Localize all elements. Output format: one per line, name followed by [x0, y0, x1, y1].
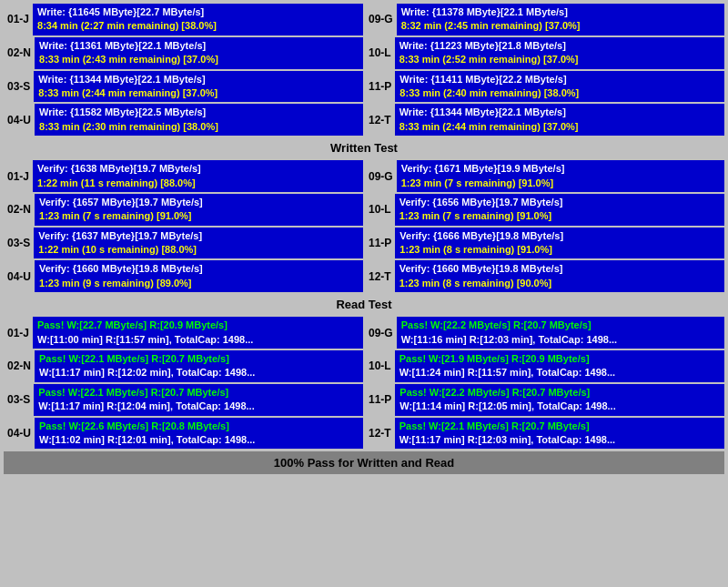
cell-line2: W:[11:02 min] R:[12:01 min], TotalCap: 1…: [39, 433, 359, 447]
cell-line2: 8:32 min (2:45 min remaining) [37.0%]: [401, 19, 720, 33]
cell-id-09-g: 09-G: [365, 317, 397, 349]
written-test-label: Written Test: [4, 138, 724, 157]
cell-line1: Verify: {1660 MByte}[19.8 MByte/s]: [39, 262, 359, 276]
cell-line2: 8:33 min (2:40 min remaining) [38.0%]: [399, 86, 720, 100]
cell-09-g: 09-GPass! W:[22.2 MByte/s] R:[20.7 MByte…: [365, 317, 724, 349]
cell-line1: Pass! W:[22.6 MByte/s] R:[20.8 MByte/s]: [39, 420, 359, 433]
cell-line1: Write: {11378 MByte}[22.1 MByte/s]: [401, 5, 720, 19]
cell-id-02-n: 02-N: [4, 37, 35, 69]
cell-id-01-j: 01-J: [4, 4, 33, 35]
read-section: 01-JPass! W:[22.7 MByte/s] R:[20.9 MByte…: [4, 317, 724, 449]
cell-line2: W:[11:14 min] R:[12:05 min], TotalCap: 1…: [399, 400, 720, 413]
cell-id-11-p: 11-P: [365, 384, 395, 416]
cell-line1: Pass! W:[22.7 MByte/s] R:[20.9 MByte/s]: [37, 319, 359, 332]
cell-id-09-g: 09-G: [365, 160, 397, 192]
cell-04-u: 04-UPass! W:[22.6 MByte/s] R:[20.8 MByte…: [4, 418, 363, 450]
cell-line2: 1:22 min (10 s remaining) [88.0%]: [38, 243, 359, 257]
cell-line1: Verify: {1666 MByte}[19.8 MByte/s]: [399, 229, 720, 243]
cell-09-g: 09-GWrite: {11378 MByte}[22.1 MByte/s]8:…: [365, 4, 724, 35]
cell-id-02-n: 02-N: [4, 194, 35, 226]
write-section: 01-JWrite: {11645 MByte}[22.7 MByte/s]8:…: [4, 4, 724, 157]
cell-line1: Verify: {1638 MByte}[19.7 MByte/s]: [37, 162, 359, 176]
cell-01-j: 01-JVerify: {1638 MByte}[19.7 MByte/s]1:…: [4, 160, 363, 192]
cell-03-s: 03-SVerify: {1637 MByte}[19.7 MByte/s]1:…: [4, 228, 363, 259]
cell-data-03-s: Write: {11344 MByte}[22.1 MByte/s]8:33 m…: [34, 71, 363, 103]
cell-line1: Write: {11582 MByte}[22.5 MByte/s]: [39, 106, 359, 119]
cell-line2: W:[11:17 min] R:[12:02 min], TotalCap: 1…: [39, 366, 359, 380]
cell-line1: Verify: {1671 MByte}[19.9 MByte/s]: [401, 162, 720, 176]
cell-line1: Write: {11344 MByte}[22.1 MByte/s]: [399, 106, 720, 119]
cell-12-t: 12-TWrite: {11344 MByte}[22.1 MByte/s]8:…: [365, 104, 724, 136]
cell-line1: Write: {11645 MByte}[22.7 MByte/s]: [37, 5, 359, 19]
cell-line2: 1:23 min (7 s remaining) [91.0%]: [401, 177, 720, 190]
cell-id-01-j: 01-J: [4, 317, 33, 349]
cell-line2: 1:22 min (11 s remaining) [88.0%]: [37, 177, 359, 190]
cell-data-04-u: Verify: {1660 MByte}[19.8 MByte/s]1:23 m…: [35, 260, 363, 292]
cell-id-04-u: 04-U: [4, 418, 35, 450]
cell-id-04-u: 04-U: [4, 104, 35, 136]
cell-line2: 8:33 min (2:43 min remaining) [37.0%]: [39, 53, 359, 66]
cell-data-10-l: Write: {11223 MByte}[21.8 MByte/s]8:33 m…: [395, 37, 724, 69]
cell-data-09-g: Pass! W:[22.2 MByte/s] R:[20.7 MByte/s]W…: [397, 317, 724, 349]
cell-02-n: 02-NVerify: {1657 MByte}[19.7 MByte/s]1:…: [4, 194, 363, 226]
cell-id-12-t: 12-T: [365, 104, 395, 136]
cell-line1: Pass! W:[22.2 MByte/s] R:[20.7 MByte/s]: [401, 319, 720, 332]
cell-03-s: 03-SPass! W:[22.1 MByte/s] R:[20.7 MByte…: [4, 384, 363, 416]
cell-data-02-n: Pass! W:[22.1 MByte/s] R:[20.7 MByte/s]W…: [35, 350, 363, 382]
cell-line2: 1:23 min (9 s remaining) [89.0%]: [39, 277, 359, 290]
cell-03-s: 03-SWrite: {11344 MByte}[22.1 MByte/s]8:…: [4, 71, 363, 103]
cell-id-11-p: 11-P: [365, 71, 395, 103]
cell-12-t: 12-TVerify: {1660 MByte}[19.8 MByte/s]1:…: [365, 260, 724, 292]
cell-02-n: 02-NPass! W:[22.1 MByte/s] R:[20.7 MByte…: [4, 350, 363, 382]
cell-02-n: 02-NWrite: {11361 MByte}[22.1 MByte/s]8:…: [4, 37, 363, 69]
cell-data-11-p: Verify: {1666 MByte}[19.8 MByte/s]1:23 m…: [395, 228, 724, 259]
cell-data-02-n: Verify: {1657 MByte}[19.7 MByte/s]1:23 m…: [35, 194, 363, 226]
cell-data-09-g: Verify: {1671 MByte}[19.9 MByte/s]1:23 m…: [397, 160, 724, 192]
cell-line2: 1:23 min (7 s remaining) [91.0%]: [39, 209, 359, 223]
cell-data-01-j: Write: {11645 MByte}[22.7 MByte/s]8:34 m…: [33, 4, 363, 35]
final-status-bar: 100% Pass for Written and Read: [4, 451, 724, 474]
cell-data-02-n: Write: {11361 MByte}[22.1 MByte/s]8:33 m…: [35, 37, 363, 69]
cell-line2: W:[11:17 min] R:[12:04 min], TotalCap: 1…: [38, 400, 359, 413]
cell-line1: Pass! W:[22.1 MByte/s] R:[20.7 MByte/s]: [38, 386, 359, 400]
cell-id-10-l: 10-L: [365, 37, 395, 69]
cell-line1: Verify: {1637 MByte}[19.7 MByte/s]: [38, 229, 359, 243]
cell-data-10-l: Pass! W:[21.9 MByte/s] R:[20.9 MByte/s]W…: [395, 350, 724, 382]
verify-section: 01-JVerify: {1638 MByte}[19.7 MByte/s]1:…: [4, 160, 724, 292]
cell-line1: Write: {11361 MByte}[22.1 MByte/s]: [39, 39, 359, 53]
cell-10-l: 10-LWrite: {11223 MByte}[21.8 MByte/s]8:…: [365, 37, 724, 69]
cell-line2: 8:33 min (2:30 min remaining) [38.0%]: [39, 120, 359, 134]
cell-id-12-t: 12-T: [365, 260, 395, 292]
verify-grid: 01-JVerify: {1638 MByte}[19.7 MByte/s]1:…: [4, 160, 724, 292]
cell-id-09-g: 09-G: [365, 4, 397, 35]
cell-line2: 1:23 min (8 s remaining) [91.0%]: [399, 243, 720, 257]
cell-id-11-p: 11-P: [365, 228, 395, 259]
cell-line2: W:[11:24 min] R:[11:57 min], TotalCap: 1…: [399, 366, 720, 380]
cell-data-01-j: Verify: {1638 MByte}[19.7 MByte/s]1:22 m…: [33, 160, 363, 192]
cell-12-t: 12-TPass! W:[22.1 MByte/s] R:[20.7 MByte…: [365, 418, 724, 450]
cell-line1: Verify: {1657 MByte}[19.7 MByte/s]: [39, 196, 359, 209]
cell-data-11-p: Write: {11411 MByte}[22.2 MByte/s]8:33 m…: [395, 71, 724, 103]
cell-line2: 1:23 min (7 s remaining) [91.0%]: [399, 209, 720, 223]
cell-line2: W:[11:00 min] R:[11:57 min], TotalCap: 1…: [37, 333, 359, 347]
read-grid: 01-JPass! W:[22.7 MByte/s] R:[20.9 MByte…: [4, 317, 724, 449]
cell-id-03-s: 03-S: [4, 71, 34, 103]
cell-data-04-u: Pass! W:[22.6 MByte/s] R:[20.8 MByte/s]W…: [35, 418, 363, 450]
cell-id-01-j: 01-J: [4, 160, 33, 192]
cell-10-l: 10-LPass! W:[21.9 MByte/s] R:[20.9 MByte…: [365, 350, 724, 382]
cell-data-04-u: Write: {11582 MByte}[22.5 MByte/s]8:33 m…: [35, 104, 363, 136]
cell-line1: Write: {11344 MByte}[22.1 MByte/s]: [38, 73, 359, 86]
cell-id-03-s: 03-S: [4, 228, 34, 259]
cell-line2: 8:33 min (2:44 min remaining) [37.0%]: [38, 86, 359, 100]
cell-id-10-l: 10-L: [365, 350, 395, 382]
cell-data-09-g: Write: {11378 MByte}[22.1 MByte/s]8:32 m…: [397, 4, 724, 35]
write-grid: 01-JWrite: {11645 MByte}[22.7 MByte/s]8:…: [4, 4, 724, 136]
cell-line2: W:[11:17 min] R:[12:03 min], TotalCap: 1…: [399, 433, 720, 447]
cell-data-03-s: Pass! W:[22.1 MByte/s] R:[20.7 MByte/s]W…: [34, 384, 363, 416]
cell-line2: 8:33 min (2:52 min remaining) [37.0%]: [399, 53, 720, 66]
cell-line1: Verify: {1656 MByte}[19.7 MByte/s]: [399, 196, 720, 209]
cell-01-j: 01-JPass! W:[22.7 MByte/s] R:[20.9 MByte…: [4, 317, 363, 349]
main-container: 01-JWrite: {11645 MByte}[22.7 MByte/s]8:…: [0, 0, 728, 478]
cell-id-02-n: 02-N: [4, 350, 35, 382]
cell-09-g: 09-GVerify: {1671 MByte}[19.9 MByte/s]1:…: [365, 160, 724, 192]
